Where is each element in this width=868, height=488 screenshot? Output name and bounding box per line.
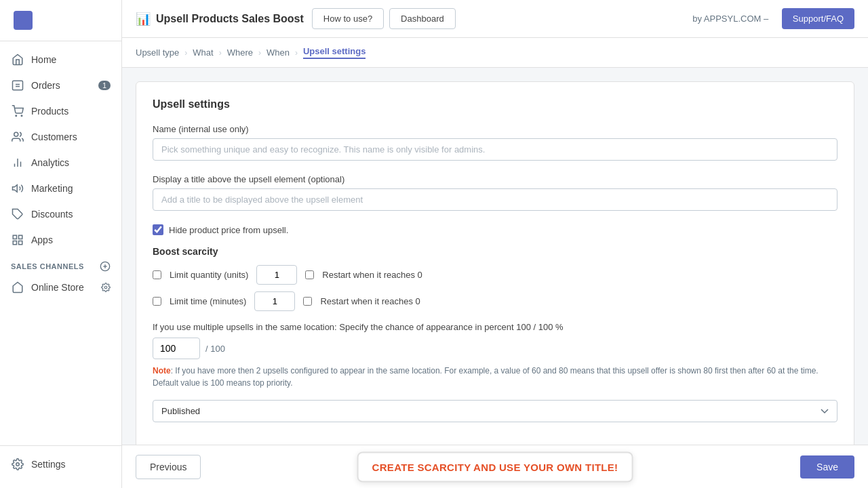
- svg-point-3: [16, 115, 17, 117]
- limit-quantity-input[interactable]: [256, 265, 297, 285]
- svg-point-18: [104, 286, 107, 289]
- content-area: Upsell settings Name (internal use only)…: [122, 68, 868, 445]
- customers-icon: [11, 130, 24, 144]
- percent-section: If you use multiple upsells in the same …: [153, 322, 837, 389]
- shopify-logo-icon: [14, 11, 33, 30]
- promo-text: CREATE SCARCITY AND USE YOUR OWN TITLE!: [372, 461, 618, 472]
- breadcrumb: Upsell type › What › Where › When › Upse…: [122, 38, 868, 68]
- hide-price-row: Hide product price from upsell.: [153, 224, 837, 235]
- home-icon: [11, 53, 24, 66]
- breadcrumb-arrow-4: ›: [295, 48, 298, 58]
- channels-add-icon[interactable]: [100, 261, 111, 272]
- card-title: Upsell settings: [153, 98, 837, 110]
- hide-price-checkbox[interactable]: [153, 224, 163, 235]
- percent-label: If you use multiple upsells in the same …: [153, 322, 837, 332]
- sidebar-item-home-label: Home: [31, 54, 56, 65]
- sidebar-item-analytics-label: Analytics: [31, 157, 69, 168]
- limit-quantity-row: Limit quantity (units) Restart when it r…: [153, 265, 837, 285]
- breadcrumb-where[interactable]: Where: [227, 47, 253, 58]
- breadcrumb-arrow-3: ›: [258, 48, 261, 58]
- sidebar-item-customers[interactable]: Customers: [0, 124, 121, 150]
- limit-time-checkbox[interactable]: [153, 297, 161, 306]
- svg-marker-9: [13, 185, 18, 192]
- limit-time-label[interactable]: Limit time (minutes): [170, 296, 246, 306]
- online-store-label: Online Store: [31, 282, 84, 293]
- sidebar-item-marketing-label: Marketing: [31, 183, 73, 194]
- breadcrumb-what[interactable]: What: [193, 47, 213, 58]
- online-store-icon: [11, 281, 24, 294]
- online-store-gear-icon[interactable]: [101, 283, 111, 292]
- hide-price-label[interactable]: Hide product price from upsell.: [169, 225, 288, 235]
- status-select[interactable]: Published Draft: [153, 400, 837, 422]
- how-to-use-button[interactable]: How to use?: [312, 8, 384, 29]
- previous-button[interactable]: Previous: [136, 455, 201, 479]
- sidebar-item-orders[interactable]: Orders 1: [0, 73, 121, 98]
- svg-rect-11: [13, 235, 16, 239]
- sidebar-item-apps[interactable]: Apps: [0, 227, 121, 253]
- settings-label: Settings: [31, 459, 66, 470]
- support-faq-button[interactable]: Support/FAQ: [782, 8, 854, 29]
- sidebar: Home Orders 1 Products Customers A: [0, 0, 122, 488]
- marketing-icon: [11, 182, 24, 195]
- breadcrumb-upsell-type[interactable]: Upsell type: [136, 47, 179, 58]
- limit-time-input[interactable]: [254, 291, 295, 311]
- title-input[interactable]: [153, 188, 837, 211]
- app-title-icon: 📊: [136, 12, 151, 26]
- svg-rect-13: [13, 241, 16, 245]
- sidebar-item-analytics[interactable]: Analytics: [0, 150, 121, 176]
- sidebar-item-discounts-label: Discounts: [31, 209, 73, 220]
- limit-quantity-label[interactable]: Limit quantity (units): [170, 270, 248, 280]
- apps-icon: [11, 233, 24, 247]
- limit-quantity-checkbox[interactable]: [153, 270, 161, 279]
- note-text: Note: If you have more then 2 upsells co…: [153, 365, 837, 389]
- svg-point-4: [21, 115, 22, 117]
- percent-input-row: / 100: [153, 338, 837, 359]
- sidebar-item-orders-label: Orders: [31, 80, 60, 91]
- save-button[interactable]: Save: [800, 455, 854, 479]
- by-label: by APPSYL.COM –: [692, 14, 768, 24]
- percent-divider: / 100: [205, 344, 225, 354]
- topbar-right: by APPSYL.COM – Support/FAQ: [692, 8, 854, 29]
- sidebar-item-home[interactable]: Home: [0, 47, 121, 73]
- analytics-icon: [11, 156, 24, 169]
- sidebar-item-customers-label: Customers: [31, 131, 77, 142]
- promo-banner: CREATE SCARCITY AND USE YOUR OWN TITLE!: [357, 451, 633, 482]
- breadcrumb-upsell-settings[interactable]: Upsell settings: [303, 46, 366, 59]
- title-label: Display a title above the upsell element…: [153, 174, 837, 184]
- sidebar-bottom: Settings: [0, 445, 121, 488]
- restart-quantity-label[interactable]: Restart when it reaches 0: [322, 270, 422, 280]
- sidebar-item-marketing[interactable]: Marketing: [0, 176, 121, 201]
- name-input[interactable]: [153, 138, 837, 161]
- sidebar-item-online-store[interactable]: Online Store: [0, 274, 121, 300]
- boost-scarcity-title: Boost scarcity: [153, 246, 837, 257]
- topbar: 📊 Upsell Products Sales Boost How to use…: [122, 0, 868, 38]
- note-content: : If you have more then 2 upsells config…: [153, 366, 818, 388]
- name-label: Name (internal use only): [153, 124, 837, 134]
- svg-point-5: [14, 132, 18, 136]
- topbar-buttons: How to use? Dashboard: [312, 8, 456, 29]
- restart-time-checkbox[interactable]: [303, 297, 312, 306]
- svg-rect-14: [19, 241, 22, 245]
- sidebar-item-products[interactable]: Products: [0, 98, 121, 124]
- percent-input[interactable]: [153, 338, 200, 359]
- svg-point-19: [16, 463, 20, 466]
- sidebar-item-discounts[interactable]: Discounts: [0, 201, 121, 227]
- bottom-bar: Previous CREATE SCARCITY AND USE YOUR OW…: [122, 445, 868, 488]
- sidebar-item-products-label: Products: [31, 106, 68, 117]
- dashboard-button[interactable]: Dashboard: [389, 8, 456, 29]
- restart-quantity-checkbox[interactable]: [305, 270, 314, 279]
- svg-rect-0: [13, 81, 23, 90]
- products-icon: [11, 104, 24, 118]
- sidebar-logo: [0, 0, 121, 41]
- discounts-icon: [11, 207, 24, 221]
- svg-rect-12: [19, 235, 22, 239]
- app-title-text: Upsell Products Sales Boost: [156, 13, 304, 25]
- sidebar-item-settings[interactable]: Settings: [0, 451, 121, 477]
- breadcrumb-arrow-2: ›: [219, 48, 222, 58]
- breadcrumb-when[interactable]: When: [267, 47, 290, 58]
- name-field-group: Name (internal use only): [153, 124, 837, 161]
- sidebar-nav: Home Orders 1 Products Customers A: [0, 41, 121, 445]
- orders-badge: 1: [98, 81, 111, 90]
- restart-time-label[interactable]: Restart when it reaches 0: [320, 296, 420, 306]
- breadcrumb-arrow-1: ›: [184, 48, 187, 58]
